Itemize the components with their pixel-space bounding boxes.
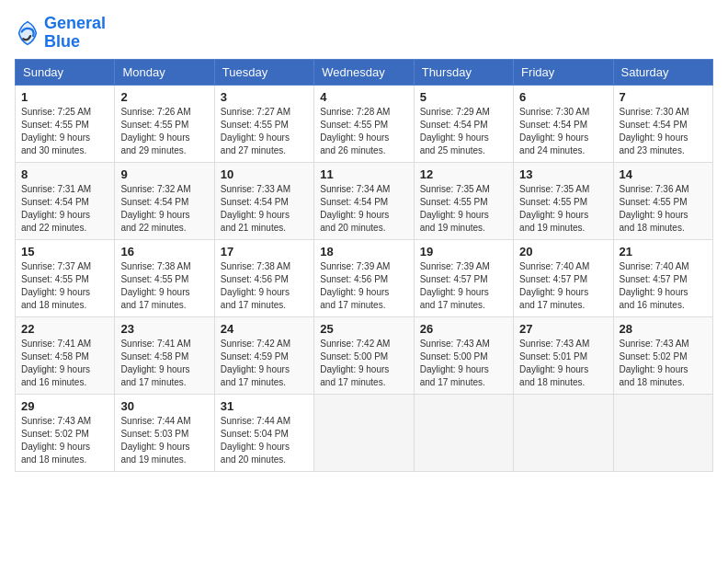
day-info: Sunrise: 7:43 AM Sunset: 5:01 PM Dayligh… — [519, 338, 607, 389]
calendar-cell: 10Sunrise: 7:33 AM Sunset: 4:54 PM Dayli… — [214, 162, 313, 239]
day-info: Sunrise: 7:30 AM Sunset: 4:54 PM Dayligh… — [620, 106, 707, 157]
calendar-cell: 16Sunrise: 7:38 AM Sunset: 4:55 PM Dayli… — [115, 239, 214, 316]
calendar-cell: 6Sunrise: 7:30 AM Sunset: 4:54 PM Daylig… — [514, 85, 613, 162]
day-number: 28 — [620, 322, 707, 336]
calendar-cell: 1Sunrise: 7:25 AM Sunset: 4:55 PM Daylig… — [16, 85, 115, 162]
day-info: Sunrise: 7:35 AM Sunset: 4:55 PM Dayligh… — [519, 183, 607, 235]
week-row-4: 22Sunrise: 7:41 AM Sunset: 4:58 PM Dayli… — [16, 316, 713, 394]
calendar-cell: 4Sunrise: 7:28 AM Sunset: 4:55 PM Daylig… — [314, 85, 414, 162]
day-number: 4 — [320, 90, 407, 104]
day-number: 3 — [221, 90, 308, 104]
weekday-header-saturday: Saturday — [613, 59, 712, 85]
day-info: Sunrise: 7:33 AM Sunset: 4:54 PM Dayligh… — [221, 183, 308, 235]
weekday-header-tuesday: Tuesday — [214, 59, 313, 85]
day-info: Sunrise: 7:38 AM Sunset: 4:56 PM Dayligh… — [221, 260, 308, 312]
day-info: Sunrise: 7:38 AM Sunset: 4:55 PM Dayligh… — [120, 260, 208, 312]
day-number: 9 — [120, 167, 208, 181]
calendar-cell: 5Sunrise: 7:29 AM Sunset: 4:54 PM Daylig… — [414, 85, 513, 162]
day-info: Sunrise: 7:44 AM Sunset: 5:03 PM Dayligh… — [120, 415, 208, 466]
calendar-cell: 8Sunrise: 7:31 AM Sunset: 4:54 PM Daylig… — [16, 162, 115, 239]
day-info: Sunrise: 7:32 AM Sunset: 4:54 PM Dayligh… — [120, 183, 208, 235]
calendar-cell: 12Sunrise: 7:35 AM Sunset: 4:55 PM Dayli… — [414, 162, 513, 239]
calendar-cell: 3Sunrise: 7:27 AM Sunset: 4:55 PM Daylig… — [214, 85, 313, 162]
logo-icon — [15, 20, 40, 46]
day-number: 16 — [120, 245, 208, 259]
calendar-cell: 9Sunrise: 7:32 AM Sunset: 4:54 PM Daylig… — [115, 162, 214, 239]
day-number: 31 — [221, 399, 308, 413]
day-number: 27 — [519, 322, 607, 336]
page-header: General Blue — [15, 15, 713, 52]
calendar-cell: 18Sunrise: 7:39 AM Sunset: 4:56 PM Dayli… — [314, 239, 414, 316]
calendar-cell: 2Sunrise: 7:26 AM Sunset: 4:55 PM Daylig… — [115, 85, 214, 162]
day-info: Sunrise: 7:39 AM Sunset: 4:57 PM Dayligh… — [420, 260, 507, 312]
day-number: 29 — [21, 399, 108, 413]
day-number: 13 — [519, 167, 607, 181]
weekday-header-wednesday: Wednesday — [314, 59, 414, 85]
day-number: 10 — [221, 167, 308, 181]
day-number: 23 — [120, 322, 208, 336]
week-row-5: 29Sunrise: 7:43 AM Sunset: 5:02 PM Dayli… — [16, 394, 713, 471]
calendar-cell: 27Sunrise: 7:43 AM Sunset: 5:01 PM Dayli… — [514, 316, 613, 394]
day-number: 19 — [420, 245, 507, 259]
calendar-cell: 19Sunrise: 7:39 AM Sunset: 4:57 PM Dayli… — [414, 239, 513, 316]
logo: General Blue — [15, 15, 106, 52]
day-number: 6 — [519, 90, 607, 104]
day-info: Sunrise: 7:30 AM Sunset: 4:54 PM Dayligh… — [519, 106, 607, 157]
calendar-cell: 13Sunrise: 7:35 AM Sunset: 4:55 PM Dayli… — [514, 162, 613, 239]
calendar-cell: 26Sunrise: 7:43 AM Sunset: 5:00 PM Dayli… — [414, 316, 513, 394]
calendar-cell — [414, 394, 513, 471]
calendar-cell: 22Sunrise: 7:41 AM Sunset: 4:58 PM Dayli… — [16, 316, 115, 394]
day-number: 1 — [21, 90, 108, 104]
day-number: 22 — [21, 322, 108, 336]
day-number: 2 — [120, 90, 208, 104]
day-info: Sunrise: 7:37 AM Sunset: 4:55 PM Dayligh… — [21, 260, 108, 312]
week-row-3: 15Sunrise: 7:37 AM Sunset: 4:55 PM Dayli… — [16, 239, 713, 316]
weekday-header-friday: Friday — [514, 59, 613, 85]
day-info: Sunrise: 7:39 AM Sunset: 4:56 PM Dayligh… — [320, 260, 407, 312]
day-number: 17 — [221, 245, 308, 259]
day-info: Sunrise: 7:42 AM Sunset: 4:59 PM Dayligh… — [221, 338, 308, 389]
day-number: 7 — [620, 90, 707, 104]
calendar-cell: 17Sunrise: 7:38 AM Sunset: 4:56 PM Dayli… — [214, 239, 313, 316]
calendar-cell: 23Sunrise: 7:41 AM Sunset: 4:58 PM Dayli… — [115, 316, 214, 394]
day-info: Sunrise: 7:35 AM Sunset: 4:55 PM Dayligh… — [420, 183, 507, 235]
day-number: 26 — [420, 322, 507, 336]
calendar-cell: 20Sunrise: 7:40 AM Sunset: 4:57 PM Dayli… — [514, 239, 613, 316]
day-info: Sunrise: 7:43 AM Sunset: 5:02 PM Dayligh… — [620, 338, 707, 389]
day-info: Sunrise: 7:34 AM Sunset: 4:54 PM Dayligh… — [320, 183, 407, 235]
day-number: 21 — [620, 245, 707, 259]
calendar-cell — [613, 394, 712, 471]
day-number: 14 — [620, 167, 707, 181]
day-number: 8 — [21, 167, 108, 181]
weekday-header-thursday: Thursday — [414, 59, 513, 85]
day-info: Sunrise: 7:31 AM Sunset: 4:54 PM Dayligh… — [21, 183, 108, 235]
calendar-cell: 28Sunrise: 7:43 AM Sunset: 5:02 PM Dayli… — [613, 316, 712, 394]
calendar-cell: 30Sunrise: 7:44 AM Sunset: 5:03 PM Dayli… — [115, 394, 214, 471]
week-row-2: 8Sunrise: 7:31 AM Sunset: 4:54 PM Daylig… — [16, 162, 713, 239]
day-number: 24 — [221, 322, 308, 336]
day-info: Sunrise: 7:40 AM Sunset: 4:57 PM Dayligh… — [519, 260, 607, 312]
day-info: Sunrise: 7:29 AM Sunset: 4:54 PM Dayligh… — [420, 106, 507, 157]
day-number: 18 — [320, 245, 407, 259]
day-info: Sunrise: 7:42 AM Sunset: 5:00 PM Dayligh… — [320, 338, 407, 389]
calendar-cell: 31Sunrise: 7:44 AM Sunset: 5:04 PM Dayli… — [214, 394, 313, 471]
calendar-cell: 21Sunrise: 7:40 AM Sunset: 4:57 PM Dayli… — [613, 239, 712, 316]
calendar-cell: 25Sunrise: 7:42 AM Sunset: 5:00 PM Dayli… — [314, 316, 414, 394]
calendar-cell: 15Sunrise: 7:37 AM Sunset: 4:55 PM Dayli… — [16, 239, 115, 316]
calendar-cell — [314, 394, 414, 471]
calendar-cell: 7Sunrise: 7:30 AM Sunset: 4:54 PM Daylig… — [613, 85, 712, 162]
day-number: 15 — [21, 245, 108, 259]
calendar-table: SundayMondayTuesdayWednesdayThursdayFrid… — [15, 59, 713, 472]
day-number: 12 — [420, 167, 507, 181]
calendar-cell: 14Sunrise: 7:36 AM Sunset: 4:55 PM Dayli… — [613, 162, 712, 239]
logo-text: General Blue — [44, 15, 106, 52]
day-info: Sunrise: 7:26 AM Sunset: 4:55 PM Dayligh… — [120, 106, 208, 157]
day-info: Sunrise: 7:28 AM Sunset: 4:55 PM Dayligh… — [320, 106, 407, 157]
day-info: Sunrise: 7:41 AM Sunset: 4:58 PM Dayligh… — [120, 338, 208, 389]
day-number: 30 — [120, 399, 208, 413]
weekday-header-sunday: Sunday — [16, 59, 115, 85]
day-info: Sunrise: 7:43 AM Sunset: 5:00 PM Dayligh… — [420, 338, 507, 389]
calendar-cell — [514, 394, 613, 471]
calendar-cell: 24Sunrise: 7:42 AM Sunset: 4:59 PM Dayli… — [214, 316, 313, 394]
day-info: Sunrise: 7:36 AM Sunset: 4:55 PM Dayligh… — [620, 183, 707, 235]
